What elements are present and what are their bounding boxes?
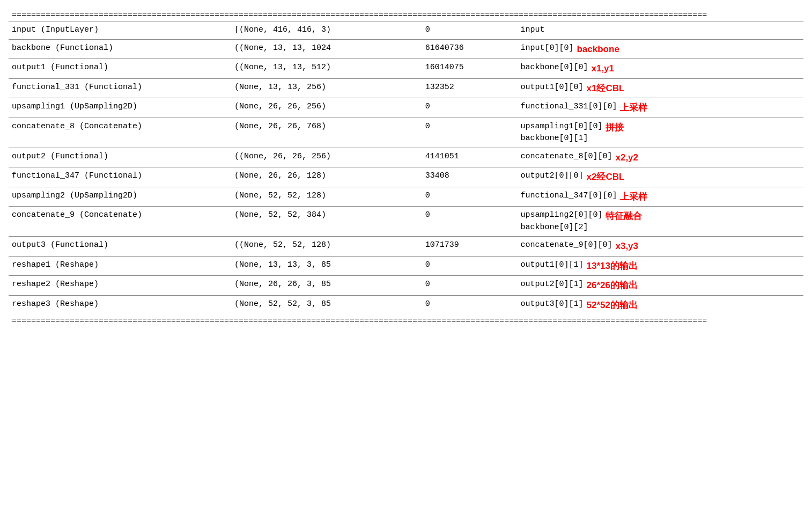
cell-layer: output2 (Functional): [9, 148, 231, 167]
cell-layer: upsampling2 (UpSampling2D): [9, 187, 231, 207]
annotation-label: x1经CBL: [586, 82, 624, 96]
cell-param: 0: [422, 276, 518, 296]
annotation-label: 拼接: [606, 121, 624, 135]
cell-conn: output2[0][0]x2经CBL: [517, 167, 803, 187]
annotation-label: x2,y2: [615, 151, 638, 165]
cell-shape: (None, 26, 26, 128): [231, 167, 422, 187]
annotation-label: 上采样: [620, 190, 647, 204]
cell-shape: (None, 13, 13, 256): [231, 78, 422, 98]
cell-shape: ((None, 26, 26, 256): [231, 148, 422, 167]
cell-param: 61640736: [422, 39, 518, 59]
cell-conn: output1[0][1]13*13的输出: [517, 256, 803, 276]
annotation-label: x2经CBL: [586, 170, 624, 184]
cell-shape: (None, 26, 26, 768): [231, 118, 422, 148]
annotation-label: 52*52的输出: [586, 298, 637, 312]
header-shape: [231, 5, 422, 10]
conn-text: input[0][0]: [520, 42, 573, 55]
table-row: upsampling2 (UpSampling2D)(None, 52, 52,…: [9, 187, 803, 207]
table-row: reshape1 (Reshape)(None, 13, 13, 3, 850o…: [9, 256, 803, 276]
cell-shape: [(None, 416, 416, 3): [231, 21, 422, 40]
table-row: backbone (Functional)((None, 13, 13, 102…: [9, 39, 803, 59]
cell-param: 0: [422, 21, 518, 40]
cell-param: 0: [422, 98, 518, 118]
conn-text: concatenate_9[0][0]: [520, 239, 612, 252]
cell-shape: (None, 52, 52, 128): [231, 187, 422, 207]
cell-param: 0: [422, 187, 518, 207]
cell-param: 0: [422, 207, 518, 237]
header-layer: [9, 5, 231, 10]
cell-layer: concatenate_9 (Concatenate): [9, 207, 231, 237]
header-conn: [517, 5, 803, 10]
cell-layer: input (InputLayer): [9, 21, 231, 40]
conn-text: output2[0][1]: [520, 279, 583, 291]
header-param: [422, 5, 518, 10]
separator-top: ========================================…: [9, 10, 803, 21]
annotation-label: 13*13的输出: [586, 259, 637, 273]
annotation-label: 上采样: [620, 101, 647, 115]
table-row: output1 (Functional)((None, 13, 13, 512)…: [9, 59, 803, 79]
annotation-label: 特征融合: [606, 209, 642, 223]
cell-param: 0: [422, 295, 518, 314]
cell-shape: (None, 26, 26, 256): [231, 98, 422, 118]
cell-layer: functional_347 (Functional): [9, 167, 231, 187]
cell-layer: concatenate_8 (Concatenate): [9, 118, 231, 148]
cell-layer: functional_331 (Functional): [9, 78, 231, 98]
cell-layer: output3 (Functional): [9, 237, 231, 257]
annotation-label: x3,y3: [615, 239, 638, 253]
cell-param: 16014075: [422, 59, 518, 79]
cell-conn: concatenate_9[0][0]x3,y3: [517, 237, 803, 257]
cell-param: 1071739: [422, 237, 518, 257]
cell-conn: output1[0][0]x1经CBL: [517, 78, 803, 98]
model-summary-table: ========================================…: [9, 5, 803, 329]
conn-text: output1[0][1]: [520, 259, 583, 272]
conn-text: upsampling1[0][0] backbone[0][1]: [520, 121, 602, 145]
cell-param: 33408: [422, 167, 518, 187]
cell-shape: (None, 52, 52, 3, 85: [231, 295, 422, 314]
table-row: reshape3 (Reshape)(None, 52, 52, 3, 850o…: [9, 295, 803, 314]
cell-param: 132352: [422, 78, 518, 98]
cell-shape: ((None, 52, 52, 128): [231, 237, 422, 257]
table-row: concatenate_9 (Concatenate)(None, 52, 52…: [9, 207, 803, 237]
cell-param: 0: [422, 256, 518, 276]
cell-layer: output1 (Functional): [9, 59, 231, 79]
annotation-label: 26*26的输出: [586, 279, 637, 292]
table-row: functional_331 (Functional)(None, 13, 13…: [9, 78, 803, 98]
cell-param: 4141051: [422, 148, 518, 167]
cell-layer: reshape2 (Reshape): [9, 276, 231, 296]
cell-shape: (None, 13, 13, 3, 85: [231, 256, 422, 276]
table-row: upsampling1 (UpSampling2D)(None, 26, 26,…: [9, 98, 803, 118]
table-row: input (InputLayer)[(None, 416, 416, 3)0i…: [9, 21, 803, 40]
cell-param: 0: [422, 118, 518, 148]
cell-conn: functional_331[0][0]上采样: [517, 98, 803, 118]
table-row: output3 (Functional)((None, 52, 52, 128)…: [9, 237, 803, 257]
cell-conn: output2[0][1]26*26的输出: [517, 276, 803, 296]
cell-conn: output3[0][1]52*52的输出: [517, 295, 803, 314]
cell-shape: (None, 26, 26, 3, 85: [231, 276, 422, 296]
cell-conn: input[0][0]backbone: [517, 39, 803, 59]
conn-text: upsampling2[0][0] backbone[0][2]: [520, 209, 602, 233]
conn-text: output3[0][1]: [520, 298, 583, 311]
conn-text: backbone[0][0]: [520, 62, 588, 74]
cell-layer: reshape1 (Reshape): [9, 256, 231, 276]
cell-conn: upsampling1[0][0] backbone[0][1]拼接: [517, 118, 803, 148]
main-container: ========================================…: [9, 5, 803, 329]
conn-text: output1[0][0]: [520, 82, 583, 94]
cell-conn: backbone[0][0]x1,y1: [517, 59, 803, 79]
table-row: reshape2 (Reshape)(None, 26, 26, 3, 850o…: [9, 276, 803, 296]
cell-shape: ((None, 13, 13, 512): [231, 59, 422, 79]
cell-layer: reshape3 (Reshape): [9, 295, 231, 314]
conn-text: output2[0][0]: [520, 170, 583, 182]
table-row: concatenate_8 (Concatenate)(None, 26, 26…: [9, 118, 803, 148]
annotation-label: x1,y1: [591, 62, 614, 76]
separator-bottom: ========================================…: [9, 314, 803, 329]
conn-text: functional_331[0][0]: [520, 101, 617, 113]
conn-text: functional_347[0][0]: [520, 190, 617, 202]
cell-conn: functional_347[0][0]上采样: [517, 187, 803, 207]
cell-conn: input: [517, 21, 803, 40]
table-row: functional_347 (Functional)(None, 26, 26…: [9, 167, 803, 187]
cell-layer: backbone (Functional): [9, 39, 231, 59]
conn-text: concatenate_8[0][0]: [520, 151, 612, 163]
cell-shape: ((None, 13, 13, 1024: [231, 39, 422, 59]
conn-text: input: [520, 24, 544, 36]
cell-shape: (None, 52, 52, 384): [231, 207, 422, 237]
